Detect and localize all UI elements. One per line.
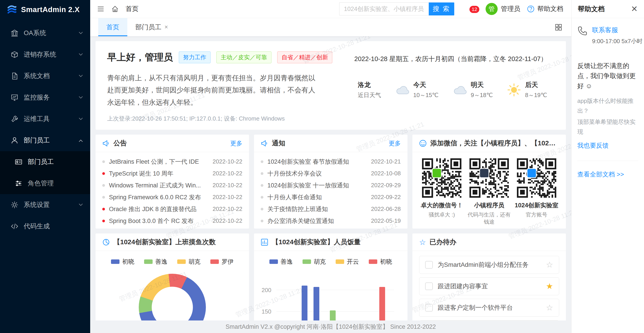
sidebar-item-dept-employees[interactable]: 部门员工: [0, 130, 90, 151]
qr-code: [517, 158, 556, 198]
tab-dept-employees[interactable]: 部门员工 ×: [127, 18, 176, 36]
sidebar-item-settings[interactable]: 系统设置: [0, 194, 90, 216]
gridline: 200: [276, 290, 394, 290]
contact-support-link[interactable]: 联系客服: [592, 26, 642, 35]
announcement-item[interactable]: Spring Framework 6.0.0 RC2 发布2022-10-22: [102, 191, 242, 203]
weather-today: 今天 10～15℃: [396, 80, 438, 99]
bullet-dot: [261, 172, 263, 175]
sidebar-item-monitor[interactable]: 监控服务: [0, 87, 90, 108]
cloud-icon: [453, 85, 467, 95]
grid-layout-icon: [555, 23, 562, 31]
search-box: 搜 索: [339, 2, 454, 15]
announcement-item[interactable]: JetBrains Fleet 公测，下一代 IDE2022-10-22: [102, 156, 242, 168]
divider: [577, 161, 638, 161]
sidebar-item-label: OA系统: [24, 29, 74, 37]
notice-item[interactable]: 关于疫情防控上班通知2022-06-28: [261, 203, 401, 215]
sidebar-subitem-role-management[interactable]: 角色管理: [0, 173, 90, 194]
more-link[interactable]: 更多: [389, 139, 401, 147]
close-icon[interactable]: ✕: [631, 5, 638, 13]
tab-home[interactable]: 首页: [98, 18, 127, 36]
todo-star-icon[interactable]: ★: [546, 282, 553, 290]
feedback-text: 反馈让您不满意的点，我们争取做到更好 ☺: [577, 61, 638, 91]
smiley-icon: [419, 140, 427, 147]
legend-swatch: [369, 259, 377, 264]
search-input[interactable]: [339, 2, 429, 15]
todo-star-icon[interactable]: ☆: [546, 261, 553, 269]
star-icon: ☆: [419, 238, 426, 246]
weather-day-temp: 10～15℃: [413, 91, 438, 99]
notice-list: 1024创新实验室 春节放假通知2022-10-21 十月份技术分享会议2022…: [254, 152, 408, 227]
chevron-down-icon: [79, 73, 83, 77]
card-title: 【1024创新实验室】人员饭量: [272, 238, 361, 247]
collapse-menu-icon[interactable]: [97, 5, 104, 13]
monitor-icon: [11, 94, 18, 101]
phone-icon: [577, 26, 588, 36]
notice-item[interactable]: 1024创新实验室 十一放假通知2022-09-29: [261, 179, 401, 191]
legend-item[interactable]: 胡克: [177, 259, 200, 265]
todo-checkbox[interactable]: [425, 283, 433, 290]
sidebar-subitem-dept-employees[interactable]: 部门员工: [0, 151, 90, 173]
home-icon[interactable]: [111, 5, 119, 13]
notice-item[interactable]: 十月份技术分享会议2022-10-08: [261, 168, 401, 179]
sidebar-item-ops-tools[interactable]: 运维工具: [0, 108, 90, 130]
weather-city: 洛龙 近日天气: [358, 80, 381, 99]
last-login-info: 上次登录:2022-10-26 17:50:51; IP:127.0.0.1; …: [107, 115, 554, 123]
legend-swatch: [177, 259, 186, 264]
todo-checkbox[interactable]: [425, 261, 433, 269]
legend-swatch: [270, 259, 278, 264]
help-doc-button[interactable]: 帮助文档: [527, 4, 563, 13]
legend-item[interactable]: 罗伊: [210, 259, 234, 265]
footer: SmartAdmin V2.x @copyright 河南·洛阳【1024创新实…: [90, 321, 571, 333]
app-logo[interactable]: SmartAdmin 2.X: [0, 0, 90, 19]
notification-badge: 12: [469, 5, 480, 13]
contact-section: 联系客服 9:00-17:00 5x7小时: [577, 26, 638, 45]
notice-item[interactable]: 办公室消杀关键位置通知2022-05-19: [261, 215, 401, 227]
tabs-options[interactable]: [555, 18, 562, 36]
notice-item[interactable]: 十月份人事任命通知2022-09-22: [261, 191, 401, 203]
announcement-item[interactable]: TypeScript 诞生 10 周年2022-10-22: [102, 168, 242, 179]
bullet-dot: [261, 160, 263, 163]
notice-item[interactable]: 1024创新实验室 春节放假通知2022-10-21: [261, 156, 401, 168]
legend-item[interactable]: 初晓: [369, 259, 392, 265]
feedback-question: 顶部菜单希望能尽快实现: [577, 117, 638, 137]
sidebar-item-oa[interactable]: OA系统: [0, 22, 90, 44]
sidebar-item-label: 部门员工: [24, 136, 74, 145]
legend-item[interactable]: 善逸: [270, 259, 293, 265]
todo-card: ☆ 已办待办 为SmartAdmin前端小组分配任务 ☆ 跟进团建内容事宜 ★: [412, 234, 566, 321]
tag-hard-work: 努力工作: [179, 51, 210, 63]
weather-day-label: 今天: [413, 80, 438, 89]
user-menu[interactable]: 管 管理员: [486, 3, 520, 15]
sidebar-item-docs[interactable]: 系统文档: [0, 65, 90, 87]
legend-item[interactable]: 初晓: [111, 259, 134, 265]
more-link[interactable]: 更多: [230, 139, 242, 147]
search-button[interactable]: 搜 索: [429, 2, 454, 15]
announcement-item[interactable]: Windows Terminal 正式成为 Win...2022-10-22: [102, 179, 242, 191]
announcement-item[interactable]: Spring Boot 3.0.0 首个 RC 发布2022-10-22: [102, 215, 242, 227]
close-tab-icon[interactable]: ×: [164, 24, 168, 31]
legend-item[interactable]: 善逸: [144, 259, 168, 265]
all-docs-link[interactable]: 查看全部文档 >>: [577, 170, 638, 179]
bar-善逸: [314, 287, 319, 321]
sliders-icon: [15, 180, 22, 187]
feedback-link[interactable]: 我也要反馈: [577, 141, 638, 150]
todo-label: 跟进团建内容事宜: [438, 282, 541, 291]
user-icon: [11, 137, 18, 144]
sidebar-item-code-generator[interactable]: 代码生成: [0, 216, 90, 237]
sidebar-subitem-label: 角色管理: [28, 179, 82, 188]
sidebar-item-erp[interactable]: 进销存系统: [0, 44, 90, 65]
bullet-dot: [102, 184, 105, 187]
todo-star-icon[interactable]: ☆: [546, 304, 553, 312]
bullet-dot: [261, 208, 263, 210]
weather-city-sub: 近日天气: [358, 91, 381, 99]
megaphone-icon: [261, 140, 268, 147]
qr-logo: [479, 168, 489, 178]
announcement-item[interactable]: Oracle 推出 JDK 8 的直接替代品2022-10-22: [102, 203, 242, 215]
qr-caption-title: 1024创新实验室: [515, 201, 558, 209]
sun-icon: [507, 83, 521, 97]
sidebar-item-label: 系统设置: [24, 200, 74, 209]
breadcrumb[interactable]: 首页: [126, 4, 138, 13]
legend-item[interactable]: 开云: [336, 259, 359, 265]
legend-swatch: [336, 259, 344, 264]
legend-item[interactable]: 胡克: [302, 259, 326, 265]
todo-checkbox[interactable]: [425, 304, 433, 312]
